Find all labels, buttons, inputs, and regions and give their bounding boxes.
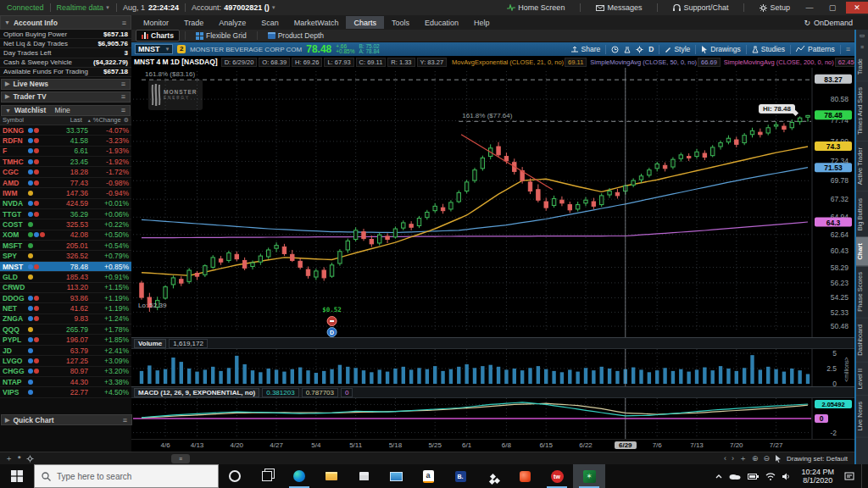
live-news-section[interactable]: ▶ Live News ≡ xyxy=(1,79,131,90)
date-tick-4-20[interactable]: 4/20 xyxy=(224,441,249,449)
right-tab-big-buttons[interactable]: Big Buttons xyxy=(856,192,868,237)
volume-label[interactable]: Volume xyxy=(134,339,166,348)
account-info-header[interactable]: ▼ Account Info ≡ xyxy=(0,15,131,30)
watchlist-row-JD[interactable]: JD63.79+2.41% xyxy=(0,346,131,356)
candlestick-canvas[interactable]: 161.8% ($83.16)161.8% ($77.64)$0.52D80.5… xyxy=(131,68,854,337)
menu-item-tools[interactable]: Tools xyxy=(384,16,417,29)
pan-right-icon[interactable]: › xyxy=(732,454,734,463)
setup-button[interactable]: Setup xyxy=(754,3,796,12)
watchlist-name-dropdown[interactable]: Mine xyxy=(54,106,70,114)
maximize-button[interactable]: ▢ xyxy=(823,2,842,14)
product-depth-tab[interactable]: Product Depth xyxy=(263,30,329,41)
right-tab-dashboard[interactable]: Dashboard xyxy=(856,319,868,363)
file-explorer-icon[interactable] xyxy=(315,464,348,488)
cursor-icon[interactable] xyxy=(775,455,782,463)
tools-button[interactable] xyxy=(624,46,631,53)
watchlist-row-LVGO[interactable]: LVGO127.25+3.09% xyxy=(0,356,131,366)
menu-item-monitor[interactable]: Monitor xyxy=(136,16,176,29)
watchlist-row-NTAP[interactable]: NTAP44.30+3.38% xyxy=(0,377,131,387)
watchlist-row-NVDA[interactable]: NVDA424.59+0.01% xyxy=(0,199,131,209)
add-button[interactable]: ＋ xyxy=(5,453,13,464)
watchlist-row-XOM[interactable]: XOM42.08+0.50% xyxy=(0,230,131,241)
drawing-set-selector[interactable]: Drawing set: Default xyxy=(787,455,848,463)
column-change[interactable]: %Change xyxy=(93,116,121,124)
menu-item-scan[interactable]: Scan xyxy=(253,16,287,29)
share-button[interactable]: Share xyxy=(570,45,601,53)
watchlist-row-NET[interactable]: NET41.62+1.19% xyxy=(0,303,131,313)
watchlist-row-DKNG[interactable]: DKNG33.375-4.07% xyxy=(0,125,131,136)
zoom-out-icon[interactable]: ⊖ xyxy=(763,454,770,463)
date-tick-7-20[interactable]: 7/20 xyxy=(724,441,749,449)
gear-icon[interactable]: ⚙ xyxy=(124,117,129,124)
watchlist-row-MNST[interactable]: MNST78.48+0.85% xyxy=(0,262,131,272)
symbol-input[interactable]: MNST▼ xyxy=(135,44,173,54)
menu-icon[interactable]: ≡ xyxy=(121,80,126,88)
menu-item-trade[interactable]: Trade xyxy=(176,16,211,29)
action-center-icon[interactable] xyxy=(844,472,854,481)
watchlist-row-SPY[interactable]: SPY326.52+0.79% xyxy=(0,251,131,261)
date-tick-5-11[interactable]: 5/11 xyxy=(343,441,369,449)
watchlist-row-ZNGA[interactable]: ZNGA9.83+1.24% xyxy=(0,314,131,324)
menu-item-marketwatch[interactable]: MarketWatch xyxy=(287,16,347,29)
watchlist-row-RDFN[interactable]: RDFN41.58-3.23% xyxy=(0,136,131,146)
alerts-badge[interactable]: 2 xyxy=(177,45,185,53)
ondemand-button[interactable]: ↻ OnDemand xyxy=(804,15,853,30)
start-button[interactable] xyxy=(0,464,34,488)
trader-tv-section[interactable]: ▶ Trader TV ≡ xyxy=(1,92,131,103)
date-tick-6-29[interactable]: 6/29 xyxy=(615,441,637,449)
watchlist-row-CRWD[interactable]: CRWD113.20+1.15% xyxy=(0,283,131,293)
bing-icon[interactable] xyxy=(444,464,476,488)
patterns-button[interactable]: Patterns xyxy=(796,45,835,53)
tw-icon[interactable] xyxy=(541,464,573,488)
show-desktop-button[interactable] xyxy=(861,464,865,488)
right-tab-chart[interactable]: Chart xyxy=(856,237,868,267)
date-tick-7-13[interactable]: 7/13 xyxy=(684,441,709,449)
watchlist-row-F[interactable]: F6.61-1.93% xyxy=(0,147,131,157)
charts-tab[interactable]: Charts xyxy=(136,30,180,42)
pan-left-icon[interactable]: ‹ xyxy=(724,454,726,463)
menu-icon[interactable]: ≡ xyxy=(122,19,127,27)
right-tab-active-trader[interactable]: Active Trader xyxy=(856,141,868,191)
menu-icon[interactable]: ≡ xyxy=(860,44,864,50)
study-label[interactable]: MovAvgExponential (CLOSE, 21, 0, no) xyxy=(452,58,564,66)
column-last[interactable]: Last xyxy=(41,116,82,124)
connection-status[interactable]: Connected xyxy=(0,3,44,12)
menu-icon[interactable]: ≡ xyxy=(121,92,126,101)
minimize-button[interactable]: — xyxy=(800,2,819,14)
menu-item-education[interactable]: Education xyxy=(417,16,466,29)
right-tab-phase-scores[interactable]: Phase Scores xyxy=(856,266,868,319)
search-input[interactable]: Type here to search xyxy=(34,464,219,488)
date-tick-6-15[interactable]: 6/15 xyxy=(533,441,559,449)
close-button[interactable]: ✕ xyxy=(846,2,868,14)
date-tick-6-8[interactable]: 6/8 xyxy=(493,441,519,449)
watchlist-row-PYPL[interactable]: PYPL196.07+1.85% xyxy=(0,335,131,345)
hidden-icons-chevron[interactable] xyxy=(715,474,722,479)
watchlist-section[interactable]: ▼ Watchlist Mine ≡ xyxy=(1,105,131,116)
date-axis[interactable]: 4/64/134/204/275/45/115/185/256/16/86/15… xyxy=(131,439,854,452)
onedrive-icon[interactable] xyxy=(729,473,741,480)
menu-icon[interactable]: ≡ xyxy=(846,45,851,53)
support-chat-button[interactable]: Support/Chat xyxy=(667,3,734,12)
watchlist-row-TTGT[interactable]: TTGT36.29+0.06% xyxy=(0,209,131,219)
cortana-icon[interactable] xyxy=(219,464,251,488)
right-tab-trade[interactable]: Trade xyxy=(856,53,868,81)
battery-icon[interactable] xyxy=(748,474,759,480)
dropbox-icon[interactable] xyxy=(476,464,509,488)
menu-item-charts[interactable]: Charts xyxy=(346,16,384,29)
date-tick-4-13[interactable]: 4/13 xyxy=(185,441,210,449)
date-tick-7-6[interactable]: 7/6 xyxy=(644,441,670,449)
menu-item-analyze[interactable]: Analyze xyxy=(211,16,253,29)
macd-canvas[interactable]: 2.054920-2 xyxy=(131,398,854,439)
move-icon[interactable]: ＋ xyxy=(739,453,747,464)
menu-icon[interactable]: ≡ xyxy=(121,106,126,114)
flexible-grid-tab[interactable]: Flexible Grid xyxy=(191,30,252,41)
amazon-icon[interactable] xyxy=(412,464,444,488)
messages-button[interactable]: Messages xyxy=(590,3,648,12)
taskbar-clock[interactable]: 10:24 PM8/1/2020 xyxy=(798,468,837,485)
mail-icon[interactable] xyxy=(380,464,412,488)
quick-chart-section[interactable]: ▶ Quick Chart ≡ xyxy=(1,414,132,425)
wifi-icon[interactable] xyxy=(765,473,776,480)
speaker-icon[interactable] xyxy=(782,473,791,480)
watchlist-row-QQQ[interactable]: QQQ265.79+1.78% xyxy=(0,324,131,335)
watchlist-row-CHGG[interactable]: CHGG80.97+3.20% xyxy=(0,367,131,377)
